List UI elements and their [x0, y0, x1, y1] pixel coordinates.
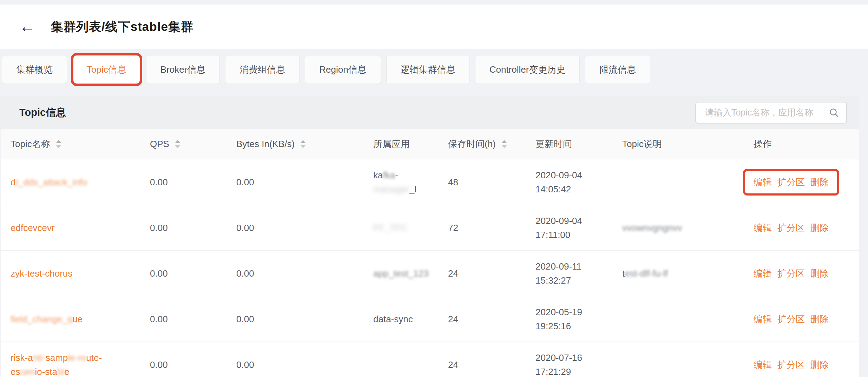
text-line: manager_l	[373, 182, 438, 196]
qps-cell: 0.00	[140, 358, 226, 372]
text-line: vvownvgngnvv	[622, 221, 744, 235]
page-header: ← 集群列表/线下stable集群	[0, 5, 868, 49]
action-expand-partition-link[interactable]: 扩分区	[777, 312, 805, 326]
topic-name-link[interactable]: field_change_que	[11, 312, 83, 326]
retention-cell: 24	[438, 266, 526, 280]
column-label: 操作	[754, 138, 772, 150]
actions-group: 编辑扩分区删除	[754, 312, 829, 326]
text-line: edfcevcevr	[11, 221, 55, 235]
qps-cell: 0.00	[140, 175, 226, 189]
action-expand-partition-link[interactable]: 扩分区	[777, 175, 805, 189]
action-delete-link[interactable]: 删除	[810, 175, 829, 189]
tab-限流信息[interactable]: 限流信息	[585, 55, 650, 84]
column-header-Bytes In(KB/s): Bytes In(KB/s)	[226, 139, 363, 150]
text-segment: ue	[72, 314, 83, 324]
table-body: dt_dds_attack_info0.000.00kafka-manager_…	[1, 159, 859, 377]
text-segment: es	[11, 366, 20, 377]
action-expand-partition-link[interactable]: 扩分区	[777, 358, 805, 372]
table-row: zyk-test-chorus0.000.00app_test_12324202…	[1, 251, 859, 296]
retention-cell: 24	[438, 312, 526, 326]
actions-group: 编辑扩分区删除	[754, 221, 829, 235]
topic-search-box[interactable]	[695, 102, 847, 124]
bytes-in-cell: 0.00	[226, 221, 363, 235]
topic-name-link[interactable]: risk-anti-sample-route-escenio-stable	[11, 351, 102, 377]
actions-cell: 编辑扩分区删除	[744, 169, 859, 196]
tab-消费组信息[interactable]: 消费组信息	[225, 55, 300, 84]
topic-section-header: Topic信息	[0, 96, 859, 129]
action-expand-partition-link[interactable]: 扩分区	[777, 221, 805, 235]
sort-desc-icon	[501, 145, 507, 148]
text-segment: data-sync	[373, 314, 413, 324]
updated-time-cell: 2020-09-0414:05:42	[526, 168, 612, 196]
sort-buttons[interactable]	[56, 140, 61, 148]
text-segment: e	[64, 366, 69, 377]
sort-buttons[interactable]	[175, 140, 180, 148]
app-cell: kafka-manager_l	[363, 168, 438, 196]
action-edit-link[interactable]: 编辑	[754, 221, 772, 235]
column-header-保存时间(h): 保存时间(h)	[438, 138, 526, 150]
page-title: 集群列表/线下stable集群	[51, 19, 193, 35]
search-input[interactable]	[704, 107, 825, 118]
text-line: escenio-stable	[11, 365, 102, 377]
column-label: Topic说明	[622, 138, 662, 150]
tab-Controller变更历史[interactable]: Controller变更历史	[475, 55, 580, 84]
text-segment: io-sta	[35, 366, 57, 377]
tab-label: Controller变更历史	[489, 64, 566, 76]
text-line: field_change_que	[11, 312, 83, 326]
tab-Topic信息[interactable]: Topic信息	[72, 55, 141, 84]
actions-cell: 编辑扩分区删除	[744, 266, 859, 280]
tab-Region信息[interactable]: Region信息	[305, 55, 381, 84]
action-delete-link[interactable]: 删除	[810, 266, 829, 280]
text-line: 2020-09-04	[535, 214, 612, 228]
column-label: Topic名称	[11, 138, 50, 150]
topic-name-link[interactable]: edfcevcevr	[11, 221, 55, 235]
action-edit-link[interactable]: 编辑	[754, 358, 772, 372]
redacted-text: cen	[20, 366, 35, 377]
topic-name-cell: dt_dds_attack_info	[1, 175, 140, 189]
qps-cell: 0.00	[140, 266, 226, 280]
tab-Broker信息[interactable]: Broker信息	[146, 55, 220, 84]
text-segment: ka	[373, 170, 383, 180]
text-line: data-sync	[373, 312, 438, 326]
tab-集群概览[interactable]: 集群概览	[2, 55, 67, 84]
action-delete-link[interactable]: 删除	[810, 358, 829, 372]
topic-name-cell: zyk-test-chorus	[1, 266, 140, 280]
text-segment: ute-	[86, 352, 102, 363]
action-expand-partition-link[interactable]: 扩分区	[777, 266, 805, 280]
redacted-text: app_test_123	[373, 268, 429, 279]
text-line: dt_dds_attack_info	[11, 175, 87, 189]
search-icon[interactable]	[829, 107, 839, 118]
section-title: Topic信息	[19, 106, 66, 120]
column-header-QPS: QPS	[140, 139, 226, 150]
tab-bar: 集群概览Topic信息Broker信息消费组信息Region信息逻辑集群信息Co…	[0, 55, 868, 84]
column-label: 所属应用	[373, 138, 410, 150]
action-edit-link[interactable]: 编辑	[754, 175, 772, 189]
redacted-text: nti-	[33, 352, 46, 363]
action-edit-link[interactable]: 编辑	[754, 266, 772, 280]
topic-name-link[interactable]: dt_dds_attack_info	[11, 175, 87, 189]
text-segment: samp	[46, 352, 68, 363]
actions-cell: 编辑扩分区删除	[744, 221, 859, 235]
sort-asc-icon	[501, 140, 507, 143]
bytes-in-cell: 0.00	[226, 312, 363, 326]
sort-buttons[interactable]	[501, 140, 507, 148]
column-label: 更新时间	[535, 138, 572, 150]
sort-buttons[interactable]	[300, 140, 306, 148]
action-edit-link[interactable]: 编辑	[754, 312, 772, 326]
redacted-text: bl	[57, 366, 64, 377]
redacted-text: FF_TFC	[373, 223, 407, 233]
column-header-所属应用: 所属应用	[363, 138, 438, 150]
text-segment: risk-a	[11, 352, 33, 363]
tab-逻辑集群信息[interactable]: 逻辑集群信息	[386, 55, 470, 84]
text-line: FF_TFC	[373, 221, 438, 235]
action-delete-link[interactable]: 删除	[810, 221, 829, 235]
sort-desc-icon	[175, 145, 180, 148]
bytes-in-cell: 0.00	[226, 266, 363, 280]
sort-asc-icon	[175, 140, 180, 143]
action-delete-link[interactable]: 删除	[810, 312, 829, 326]
back-button[interactable]: ←	[19, 18, 35, 34]
table-row: risk-anti-sample-route-escenio-stable0.0…	[1, 342, 859, 377]
text-line: 15:32:27	[535, 273, 612, 287]
topic-name-link[interactable]: zyk-test-chorus	[11, 266, 72, 280]
redacted-text: est-dlf-fu-lf	[625, 268, 668, 279]
